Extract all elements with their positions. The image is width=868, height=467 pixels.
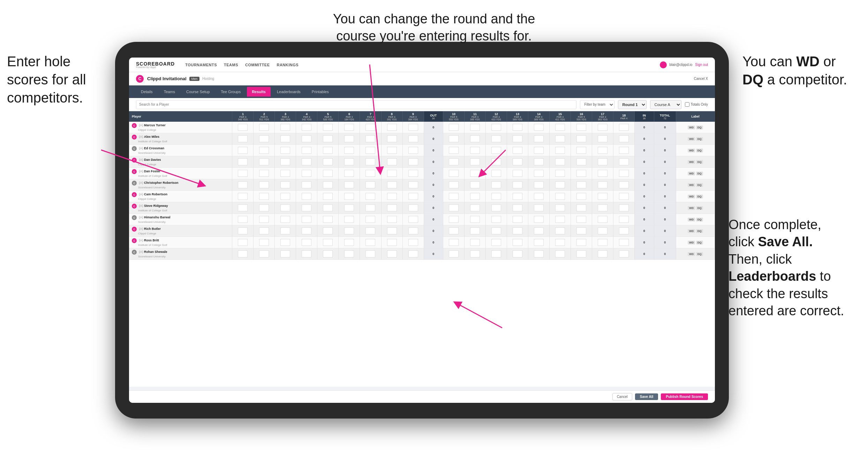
hole-3-score[interactable] <box>275 168 296 179</box>
hole-3-score[interactable] <box>275 122 296 133</box>
hole-18-input[interactable] <box>619 250 629 257</box>
hole-1-input[interactable] <box>238 124 248 131</box>
hole-13-score[interactable] <box>507 122 528 133</box>
hole-12-score[interactable] <box>486 179 507 191</box>
hole-12-score[interactable] <box>486 145 507 156</box>
hole-17-input[interactable] <box>598 250 607 257</box>
hole-18-score[interactable] <box>613 214 635 225</box>
hole-16-score[interactable] <box>571 133 592 145</box>
hole-8-score[interactable] <box>381 179 402 191</box>
hole-6-score[interactable] <box>339 214 360 225</box>
hole-16-input[interactable] <box>576 250 586 257</box>
hole-7-score[interactable] <box>360 191 381 202</box>
hole-10-score[interactable] <box>443 191 465 202</box>
hole-4-score[interactable] <box>296 214 317 225</box>
hole-9-input[interactable] <box>408 124 418 131</box>
hole-7-input[interactable] <box>365 216 375 223</box>
hole-13-input[interactable] <box>513 147 522 154</box>
hole-14-score[interactable] <box>528 248 550 260</box>
hole-2-input[interactable] <box>259 216 269 223</box>
hole-13-input[interactable] <box>513 204 522 211</box>
hole-2-input[interactable] <box>259 250 269 257</box>
hole-6-score[interactable] <box>339 202 360 214</box>
hole-10-input[interactable] <box>449 147 459 154</box>
hole-9-score[interactable] <box>402 214 424 225</box>
hole-16-score[interactable] <box>571 202 592 214</box>
hole-7-input[interactable] <box>365 158 375 165</box>
wd-button[interactable]: WD <box>688 241 695 244</box>
hole-12-input[interactable] <box>491 193 501 200</box>
cancel-button[interactable]: Cancel <box>612 393 632 400</box>
dq-button[interactable]: DQ <box>696 137 703 141</box>
round-select[interactable]: Round 1 <box>618 100 647 109</box>
hole-7-input[interactable] <box>365 147 375 154</box>
hole-5-input[interactable] <box>323 239 333 246</box>
hole-10-score[interactable] <box>443 133 465 145</box>
hole-5-score[interactable] <box>317 145 339 156</box>
hole-15-score[interactable] <box>550 237 571 248</box>
dq-button[interactable]: DQ <box>696 195 703 198</box>
hole-18-score[interactable] <box>613 191 635 202</box>
hole-10-input[interactable] <box>449 193 459 200</box>
hole-5-score[interactable] <box>317 122 339 133</box>
hole-4-input[interactable] <box>302 227 311 234</box>
hole-6-score[interactable] <box>339 145 360 156</box>
hole-11-score[interactable] <box>465 191 486 202</box>
hole-14-score[interactable] <box>528 214 550 225</box>
nav-rankings[interactable]: RANKINGS <box>277 63 299 67</box>
hole-1-score[interactable] <box>232 191 254 202</box>
hole-3-input[interactable] <box>280 250 290 257</box>
hole-17-input[interactable] <box>598 227 607 234</box>
hole-11-score[interactable] <box>465 202 486 214</box>
hole-18-score[interactable] <box>613 168 635 179</box>
hole-6-score[interactable] <box>339 225 360 237</box>
hole-12-input[interactable] <box>491 204 501 211</box>
hole-13-input[interactable] <box>513 158 522 165</box>
hole-16-score[interactable] <box>571 179 592 191</box>
hole-8-input[interactable] <box>387 193 397 200</box>
hole-14-input[interactable] <box>534 181 544 188</box>
hole-7-score[interactable] <box>360 237 381 248</box>
hole-1-score[interactable] <box>232 214 254 225</box>
hole-13-score[interactable] <box>507 237 528 248</box>
hole-1-input[interactable] <box>238 158 248 165</box>
hole-6-score[interactable] <box>339 168 360 179</box>
tab-teams[interactable]: Teams <box>159 87 180 97</box>
hole-7-score[interactable] <box>360 214 381 225</box>
hole-14-score[interactable] <box>528 168 550 179</box>
hole-6-input[interactable] <box>344 193 354 200</box>
wd-button[interactable]: WD <box>688 195 695 198</box>
hole-7-input[interactable] <box>365 170 375 177</box>
hole-3-score[interactable] <box>275 156 296 168</box>
hole-1-score[interactable] <box>232 248 254 260</box>
hole-3-input[interactable] <box>280 135 290 142</box>
hole-3-input[interactable] <box>280 158 290 165</box>
hole-17-score[interactable] <box>592 122 613 133</box>
hole-5-score[interactable] <box>317 191 339 202</box>
wd-button[interactable]: WD <box>688 160 695 164</box>
hole-11-input[interactable] <box>470 227 480 234</box>
hole-2-input[interactable] <box>259 227 269 234</box>
hole-7-input[interactable] <box>365 250 375 257</box>
wd-button[interactable]: WD <box>688 172 695 175</box>
hole-15-score[interactable] <box>550 214 571 225</box>
hole-14-input[interactable] <box>534 158 544 165</box>
hole-5-input[interactable] <box>323 135 333 142</box>
hole-2-score[interactable] <box>254 214 275 225</box>
hole-8-input[interactable] <box>387 170 397 177</box>
hole-10-input[interactable] <box>449 135 459 142</box>
hole-5-score[interactable] <box>317 248 339 260</box>
hole-9-score[interactable] <box>402 248 424 260</box>
hole-10-score[interactable] <box>443 225 465 237</box>
hole-9-input[interactable] <box>408 158 418 165</box>
wd-button[interactable]: WD <box>688 229 695 233</box>
hole-9-score[interactable] <box>402 179 424 191</box>
hole-8-input[interactable] <box>387 250 397 257</box>
hole-16-input[interactable] <box>576 216 586 223</box>
hole-15-score[interactable] <box>550 202 571 214</box>
hole-13-score[interactable] <box>507 214 528 225</box>
hole-10-input[interactable] <box>449 204 459 211</box>
hole-8-score[interactable] <box>381 202 402 214</box>
hole-2-score[interactable] <box>254 133 275 145</box>
hole-6-input[interactable] <box>344 239 354 246</box>
